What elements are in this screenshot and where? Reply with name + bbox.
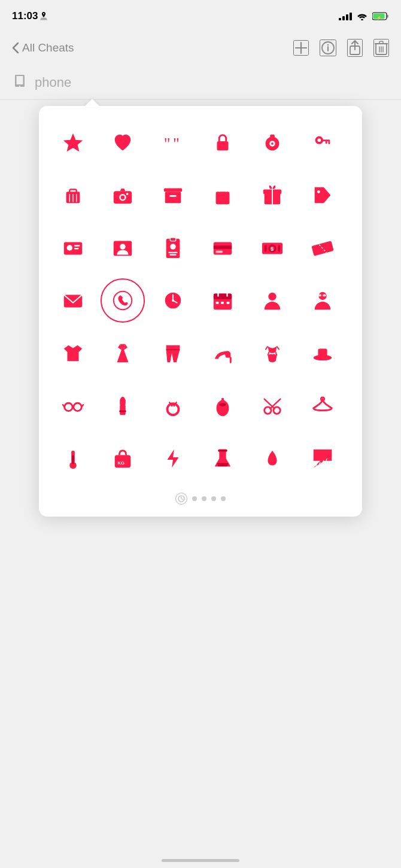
thermometer-icon-cell[interactable] [51, 436, 95, 481]
heel-icon [211, 342, 234, 365]
water-drop-icon-cell[interactable] [250, 436, 294, 481]
combo-lock-icon-cell[interactable] [250, 120, 294, 165]
beaker-icon-cell[interactable] [200, 436, 245, 481]
weight-icon: KG [111, 447, 134, 470]
svg-rect-119 [218, 450, 227, 452]
pagination-dot-2[interactable] [202, 496, 206, 501]
svg-point-47 [317, 190, 320, 193]
weight-icon-cell[interactable]: KG [101, 436, 145, 481]
svg-rect-105 [221, 398, 224, 401]
clock-small-icon [178, 495, 185, 502]
svg-rect-14 [379, 41, 383, 44]
clock-icon-cell[interactable] [151, 278, 195, 323]
contact-card-icon-cell[interactable] [101, 226, 145, 270]
back-button[interactable]: All Cheats [12, 41, 74, 54]
archive-icon-cell[interactable] [151, 173, 195, 217]
hanger-icon-cell[interactable] [300, 384, 345, 428]
svg-rect-94 [318, 348, 327, 357]
perfume-icon-cell[interactable] [200, 384, 245, 428]
ring-icon [162, 394, 184, 417]
calendar-icon-cell[interactable] [200, 278, 245, 323]
pagination-dots [51, 493, 350, 505]
key-icon-cell[interactable] [300, 120, 345, 165]
svg-line-89 [266, 347, 268, 350]
ticket-icon [311, 236, 334, 259]
person-glasses-icon-cell[interactable] [300, 278, 345, 323]
lightning-icon-cell[interactable] [151, 436, 195, 481]
person-glasses-icon [311, 289, 334, 312]
svg-marker-117 [167, 450, 178, 468]
svg-rect-85 [318, 295, 321, 297]
ring-icon-cell[interactable] [151, 384, 195, 428]
person-icon-cell[interactable] [250, 278, 294, 323]
heel-icon-cell[interactable] [200, 331, 245, 375]
person-icon [261, 289, 284, 312]
svg-point-102 [167, 403, 178, 415]
gift-icon-cell[interactable] [250, 173, 294, 217]
svg-text:$: $ [271, 246, 274, 252]
pagination-dot-1[interactable] [192, 496, 197, 501]
bikini-icon-cell[interactable] [250, 331, 294, 375]
svg-rect-32 [69, 190, 76, 193]
credit-card-icon-cell[interactable] [200, 226, 245, 270]
svg-rect-58 [169, 254, 176, 255]
beaker-icon [211, 447, 234, 470]
ticket-icon-cell[interactable] [300, 226, 345, 270]
tag-icon-cell[interactable] [300, 173, 345, 217]
svg-text:KG: KG [118, 460, 124, 466]
location-icon [40, 12, 47, 20]
svg-rect-66 [265, 245, 267, 251]
contact-card-icon [111, 236, 134, 259]
svg-rect-2 [387, 15, 389, 18]
clock-icon [162, 289, 184, 312]
ruler-icon-cell[interactable] [300, 436, 345, 481]
pants-icon [162, 342, 184, 365]
shopping-bag-icon-cell[interactable] [200, 173, 245, 217]
pagination-dot-3[interactable] [211, 496, 216, 501]
svg-point-49 [67, 245, 73, 251]
trash-button[interactable] [373, 39, 389, 57]
id-badge-icon-cell[interactable] [151, 226, 195, 270]
luggage-icon-cell[interactable] [51, 173, 95, 217]
hat-icon-cell[interactable] [300, 331, 345, 375]
pagination-clock[interactable] [175, 493, 187, 505]
id-card-icon-cell[interactable] [51, 226, 95, 270]
lock-icon-cell[interactable] [200, 120, 245, 165]
add-button[interactable] [293, 40, 309, 56]
svg-point-39 [126, 193, 129, 195]
heart-icon-cell[interactable] [101, 120, 145, 165]
trash-icon [375, 40, 388, 56]
svg-rect-51 [74, 248, 79, 249]
svg-rect-82 [227, 302, 230, 304]
quote-icon-cell[interactable]: "" [151, 120, 195, 165]
camera-icon-cell[interactable] [101, 173, 145, 217]
money-icon-cell[interactable]: $ [250, 226, 294, 270]
svg-point-95 [65, 403, 72, 411]
info-button[interactable] [320, 40, 336, 56]
scissors-icon-cell[interactable] [250, 384, 294, 428]
phone-label-icon [12, 73, 28, 89]
battery-icon: ⚡ [372, 11, 389, 21]
tshirt-icon-cell[interactable] [51, 331, 95, 375]
star-icon-cell[interactable] [51, 120, 95, 165]
ruler-icon [311, 447, 334, 470]
svg-rect-81 [221, 302, 224, 304]
wifi-icon [356, 12, 369, 20]
phone-circle-icon-cell[interactable] [101, 278, 145, 323]
heart-icon [111, 131, 134, 154]
dress-icon-cell[interactable] [101, 331, 145, 375]
id-card-icon [62, 236, 84, 259]
pants-icon-cell[interactable] [151, 331, 195, 375]
share-icon [348, 40, 361, 56]
svg-rect-57 [168, 252, 177, 253]
glasses-icon-cell[interactable] [51, 384, 95, 428]
svg-point-38 [121, 195, 125, 199]
archive-icon [162, 184, 184, 207]
lightning-icon [162, 447, 184, 470]
share-button[interactable] [347, 39, 363, 57]
hanger-icon [311, 394, 334, 417]
pagination-dot-4[interactable] [221, 496, 226, 501]
nav-bar: All Cheats [0, 30, 401, 66]
lipstick-icon-cell[interactable] [101, 384, 145, 428]
envelope-icon-cell[interactable] [51, 278, 95, 323]
